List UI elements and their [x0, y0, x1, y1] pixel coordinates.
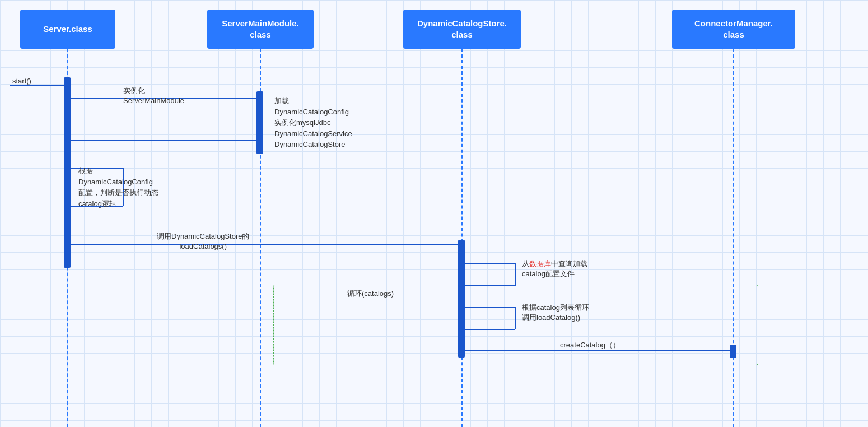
class-server: Server.class: [20, 10, 115, 49]
sequence-diagram: Server.class ServerMainModule.class Dyna…: [0, 0, 868, 427]
label-config-check: 根据DynamicCatalogConfig配置，判断是否执行动态catalog…: [78, 165, 158, 209]
label-loop-catalogs: 循环(catalogs): [347, 289, 394, 299]
lifeline-dynamicCatalog: [461, 49, 463, 427]
loop-box: [273, 285, 758, 365]
activation-serverMain: [256, 91, 263, 154]
class-serverMain: ServerMainModule.class: [207, 10, 314, 49]
activation-server: [64, 77, 71, 268]
class-connectorManager: ConnectorManager.class: [672, 10, 795, 49]
label-loop-loadCatalog: 根据catalog列表循环调用loadCatalog(): [522, 303, 589, 323]
label-loadCatalogs: 调用DynamicCatalogStore的loadCatalogs(): [157, 231, 249, 252]
label-red-database: 数据库: [529, 259, 551, 268]
class-dynamicCatalog: DynamicCatalogStore.class: [403, 10, 521, 49]
label-start: start(): [12, 76, 31, 86]
label-query-db: 从数据库中查询加载catalog配置文件: [522, 259, 587, 279]
label-load: 加载DynamicCatalogConfig实例化mysqlJdbcDynami…: [274, 95, 352, 150]
lifeline-connectorManager: [733, 49, 734, 427]
label-createCatalog: createCatalog（）: [560, 340, 620, 350]
label-instantiate: 实例化ServerMainModule: [123, 86, 184, 106]
